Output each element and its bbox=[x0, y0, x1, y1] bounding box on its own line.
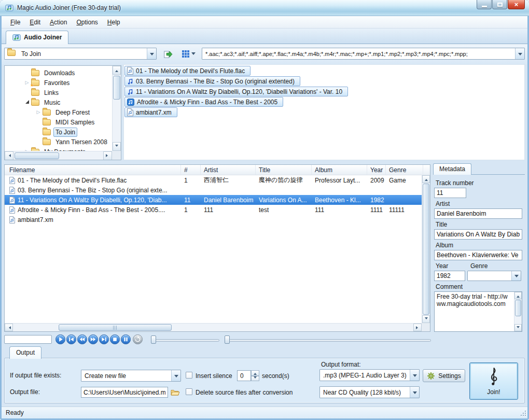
column-header-year[interactable]: Year bbox=[367, 165, 386, 175]
forward-button[interactable] bbox=[88, 334, 98, 344]
table-vertical-scrollbar[interactable] bbox=[422, 175, 430, 323]
scroll-right-button[interactable] bbox=[103, 151, 112, 160]
output-format-combobox[interactable]: .mp3 (MPEG-1 Audio Layer 3) bbox=[319, 369, 420, 381]
insert-silence-checkbox[interactable] bbox=[186, 372, 192, 379]
scroll-left-button[interactable] bbox=[5, 324, 13, 331]
scroll-down-button[interactable] bbox=[422, 315, 430, 323]
stepper-up-button[interactable] bbox=[251, 370, 259, 376]
quality-arrow[interactable] bbox=[410, 387, 419, 398]
scrollbar-thumb[interactable] bbox=[59, 324, 172, 331]
tree-item-yann-tiersen[interactable]: Yann Tiersen 2008 bbox=[5, 137, 112, 147]
expand-expanded-icon[interactable] bbox=[23, 100, 31, 105]
menu-file[interactable]: File bbox=[6, 17, 25, 27]
scrollbar-thumb[interactable] bbox=[423, 184, 429, 315]
scroll-up-button[interactable] bbox=[514, 292, 522, 299]
scroll-down-button[interactable] bbox=[514, 324, 522, 331]
tree-item-links[interactable]: Links bbox=[5, 88, 112, 97]
album-field[interactable] bbox=[434, 250, 522, 260]
tree-item-my-documents[interactable]: ▷ My Documents bbox=[5, 147, 112, 151]
table-row[interactable]: Afrodite - & Micky Finn - Bad Ass - The … bbox=[5, 205, 430, 215]
volume-slider-thumb[interactable] bbox=[225, 335, 230, 344]
expand-collapsed-icon[interactable]: ▷ bbox=[35, 110, 42, 115]
column-header-title[interactable]: Title bbox=[256, 165, 312, 175]
menu-edit[interactable]: Edit bbox=[25, 17, 45, 27]
join-button[interactable]: Join! bbox=[469, 362, 518, 400]
tree-item-to-join[interactable]: To Join bbox=[5, 127, 112, 137]
artist-field[interactable] bbox=[434, 208, 522, 219]
tree-item-deep-forest[interactable]: ▷ Deep Forest bbox=[5, 107, 112, 117]
table-row[interactable]: 03. Benny Bennasi - The Biz - Stop Go (o… bbox=[5, 185, 430, 195]
comment-field[interactable]: Free 30-day trial - http://www.magicaudi… bbox=[434, 291, 522, 332]
tab-output[interactable]: Output bbox=[9, 346, 41, 359]
menu-action[interactable]: Action bbox=[45, 17, 72, 27]
quality-combobox[interactable]: Near CD Quality (128 kbit/s) bbox=[319, 386, 420, 398]
expand-collapsed-icon[interactable]: ▷ bbox=[23, 80, 31, 85]
scroll-left-button[interactable] bbox=[5, 151, 13, 160]
scroll-up-button[interactable] bbox=[113, 66, 121, 75]
silence-seconds-value[interactable]: 0 bbox=[237, 370, 251, 381]
file-item[interactable]: 11 - Variations On A Waltz By Diabelli, … bbox=[124, 87, 348, 96]
year-field[interactable] bbox=[434, 271, 465, 281]
scrollbar-thumb[interactable] bbox=[515, 300, 521, 316]
scroll-up-button[interactable] bbox=[422, 175, 430, 183]
table-horizontal-scrollbar[interactable] bbox=[5, 323, 422, 331]
tree-item-midi-samples[interactable]: MIDI Samples bbox=[5, 117, 112, 127]
output-file-field[interactable] bbox=[81, 387, 168, 398]
tree-horizontal-scrollbar[interactable] bbox=[5, 151, 112, 160]
view-mode-button[interactable] bbox=[177, 47, 199, 61]
folder-combobox[interactable]: To Join bbox=[4, 48, 157, 60]
file-item[interactable]: 03. Benny Bennasi - The Biz - Stop Go (o… bbox=[124, 76, 300, 86]
scrollbar-thumb[interactable] bbox=[15, 152, 59, 159]
go-to-folder-button[interactable] bbox=[161, 47, 175, 61]
scroll-right-button[interactable] bbox=[413, 324, 422, 331]
column-header-album[interactable]: Album bbox=[312, 165, 367, 175]
filter-combobox[interactable]: *.aac;*.ac3;*.aif;*.aiff;*.ape;*.flac;*.… bbox=[202, 48, 525, 60]
pause-button[interactable] bbox=[121, 334, 131, 344]
table-row[interactable]: 01 - The Melody of the Devil's Flute.fla… bbox=[5, 175, 430, 185]
column-header-genre[interactable]: Genre bbox=[386, 165, 423, 175]
table-row[interactable]: ambiant7.xm bbox=[5, 215, 430, 225]
file-item[interactable]: 01 - The Melody of the Devil's Flute.fla… bbox=[124, 66, 250, 76]
delete-source-checkbox[interactable] bbox=[186, 388, 192, 395]
file-item[interactable]: Afrodite - & Micky Finn - Bad Ass - The … bbox=[124, 97, 283, 107]
minimize-button[interactable] bbox=[477, 0, 492, 9]
genre-combobox[interactable] bbox=[467, 271, 521, 281]
tree-item-music[interactable]: Music bbox=[5, 97, 112, 107]
comment-scrollbar[interactable] bbox=[514, 292, 522, 331]
column-header-filename[interactable]: Filename bbox=[5, 165, 181, 175]
play-button[interactable] bbox=[55, 334, 65, 344]
if-exists-combobox[interactable]: Create new file bbox=[81, 370, 181, 382]
tree-item-downloads[interactable]: Downloads bbox=[5, 68, 112, 78]
title-field[interactable] bbox=[434, 229, 522, 240]
tree-item-favorites[interactable]: ▷ Favorites bbox=[5, 78, 112, 88]
seek-slider[interactable] bbox=[151, 339, 219, 342]
column-header-artist[interactable]: Artist bbox=[201, 165, 256, 175]
scrollbar-thumb[interactable] bbox=[113, 76, 120, 100]
resize-grip[interactable] bbox=[520, 411, 526, 417]
volume-slider[interactable] bbox=[229, 339, 431, 342]
loop-button[interactable] bbox=[133, 334, 143, 344]
tab-audio-joiner[interactable]: Audio Joiner bbox=[6, 31, 68, 44]
file-item[interactable]: ambiant7.xm bbox=[124, 107, 177, 117]
tab-metadata[interactable]: Metadata bbox=[433, 163, 471, 175]
scroll-down-button[interactable] bbox=[113, 142, 121, 151]
track-number-field[interactable] bbox=[434, 188, 466, 198]
stepper-down-button[interactable] bbox=[251, 376, 259, 382]
stop-button[interactable] bbox=[110, 334, 120, 344]
menu-options[interactable]: Options bbox=[72, 17, 102, 27]
if-exists-arrow[interactable] bbox=[171, 370, 180, 381]
browse-output-file-button[interactable] bbox=[169, 387, 182, 398]
silence-seconds-stepper[interactable]: 0 bbox=[237, 370, 259, 381]
seek-slider-thumb[interactable] bbox=[151, 335, 156, 344]
output-format-arrow[interactable] bbox=[410, 370, 419, 381]
column-header-number[interactable]: # bbox=[181, 165, 201, 175]
genre-combobox-arrow[interactable] bbox=[511, 271, 521, 281]
table-row-selected[interactable]: 11 - Variations On A Waltz By Diabelli, … bbox=[5, 195, 430, 205]
rewind-button[interactable] bbox=[77, 334, 87, 344]
filter-combobox-arrow[interactable] bbox=[515, 48, 524, 59]
folder-combobox-arrow[interactable] bbox=[147, 48, 156, 59]
skip-start-button[interactable] bbox=[66, 334, 76, 344]
menu-help[interactable]: Help bbox=[103, 17, 125, 27]
close-button[interactable]: × bbox=[508, 0, 525, 9]
maximize-button[interactable] bbox=[492, 0, 507, 9]
